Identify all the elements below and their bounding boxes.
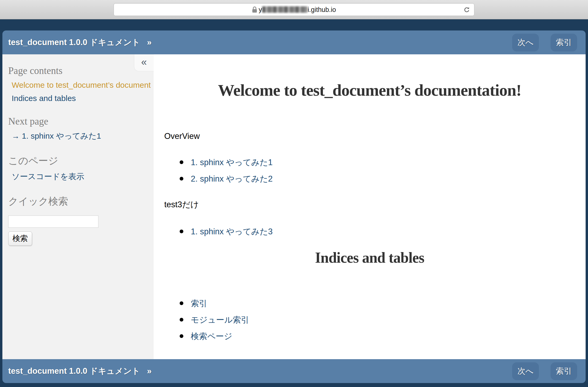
- reload-icon[interactable]: [463, 6, 470, 15]
- browser-toolbar: yi.github.io: [0, 0, 588, 19]
- header-separator: »: [147, 38, 152, 47]
- lock-icon: [252, 6, 257, 13]
- url-bar[interactable]: yi.github.io: [114, 3, 474, 16]
- indices-item-link[interactable]: 検索ページ: [191, 332, 232, 341]
- collapse-chevrons-icon: «: [141, 57, 147, 67]
- document-window: test_document 1.0.0 ドキュメント » 次へ 索引 « Pag…: [2, 30, 586, 383]
- sidebar-heading-quick-search: クイック検索: [8, 195, 151, 208]
- indices-and-tables-heading: Indices and tables: [164, 249, 575, 266]
- indices-item-link[interactable]: モジュール索引: [191, 315, 249, 324]
- sidebar-heading-page-contents: Page contents: [8, 65, 151, 76]
- sidebar-heading-next-page: Next page: [8, 116, 151, 127]
- sidebar-collapse-button[interactable]: «: [134, 54, 154, 71]
- sidebar-link-welcome[interactable]: Welcome to test_document’s documentation…: [12, 81, 151, 89]
- header-bar: test_document 1.0.0 ドキュメント » 次へ 索引: [2, 30, 586, 54]
- search-input[interactable]: [8, 216, 98, 228]
- header-next-button[interactable]: 次へ: [512, 34, 539, 51]
- page-contents-list: Welcome to test_document’s documentation…: [8, 81, 151, 103]
- list-item: 1. sphinx やってみた3: [191, 226, 575, 237]
- header-doc-title-link[interactable]: test_document 1.0.0 ドキュメント: [8, 37, 140, 48]
- test3-item-link[interactable]: 1. sphinx やってみた3: [191, 227, 273, 236]
- sidebar-link-show-source[interactable]: ソースコードを表示: [12, 172, 84, 181]
- search-button[interactable]: 検索: [8, 231, 32, 246]
- footer-separator: »: [147, 366, 152, 376]
- list-item: 検索ページ: [191, 331, 575, 342]
- sidebar: « Page contents Welcome to test_document…: [2, 54, 154, 359]
- footer-bar: test_document 1.0.0 ドキュメント » 次へ 索引: [2, 359, 586, 383]
- indices-link-list: 索引モジュール索引検索ページ: [164, 298, 575, 342]
- overview-link-list: 1. sphinx やってみた12. sphinx やってみた2: [164, 157, 575, 184]
- footer-doc-title-link[interactable]: test_document 1.0.0 ドキュメント: [8, 366, 140, 377]
- list-item: 2. sphinx やってみた2: [191, 173, 575, 184]
- overview-paragraph: OverView: [164, 131, 575, 141]
- url-text: yi.github.io: [259, 6, 336, 14]
- toc-item: Indices and tables: [8, 94, 151, 103]
- list-item: モジュール索引: [191, 314, 575, 326]
- sidebar-link-next-page[interactable]: → 1. sphinx やってみた1: [12, 131, 101, 140]
- toc-item-current: Welcome to test_document’s documentation…: [8, 81, 151, 90]
- document-content: Welcome to test_document’s documentation…: [154, 54, 586, 359]
- overview-item-link[interactable]: 2. sphinx やってみた2: [191, 174, 273, 183]
- main-area: « Page contents Welcome to test_document…: [2, 54, 586, 359]
- indices-item-link[interactable]: 索引: [191, 299, 207, 308]
- sidebar-link-indices-and-tables[interactable]: Indices and tables: [12, 94, 76, 103]
- list-item: 1. sphinx やってみた1: [191, 157, 575, 168]
- header-index-button[interactable]: 索引: [551, 34, 577, 51]
- footer-index-button[interactable]: 索引: [551, 362, 577, 380]
- footer-next-button[interactable]: 次へ: [512, 362, 539, 380]
- overview-item-link[interactable]: 1. sphinx やってみた1: [191, 158, 273, 167]
- sidebar-heading-this-page: このページ: [8, 154, 151, 168]
- test3-link-list: 1. sphinx やってみた3: [164, 226, 575, 237]
- list-item: 索引: [191, 298, 575, 309]
- page-title: Welcome to test_document’s documentation…: [164, 81, 575, 100]
- redacted-url-segment: [262, 6, 307, 13]
- test3-paragraph: test3だけ: [164, 199, 575, 210]
